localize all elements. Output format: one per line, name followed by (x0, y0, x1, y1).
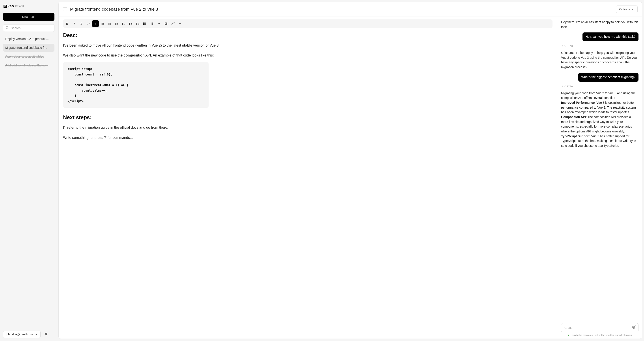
chat-disclaimer: This chat is private and will not be use… (561, 334, 638, 336)
sidebar-footer: john.doe@gmail.com (3, 331, 54, 338)
assistant-message: Migrating your code from Vue 2 to Vue 3 … (561, 91, 638, 148)
card-header: Migrate frontend codebase from Vue 2 to … (59, 2, 642, 17)
link-button[interactable] (170, 20, 176, 27)
new-task-button[interactable]: New Task (3, 13, 54, 21)
logo-icon: E (4, 5, 6, 8)
task-item[interactable]: Migrate frontend codebase fr... (3, 44, 54, 52)
task-item[interactable]: Add additional fields to the us... (3, 61, 54, 69)
heading: Next steps: (63, 114, 552, 121)
task-checkbox[interactable] (63, 7, 67, 11)
svg-line-1 (8, 28, 8, 29)
user-email: john.doe@gmail.com (6, 332, 33, 336)
task-list: Deploy version 3.2 to producti... Migrat… (3, 35, 54, 331)
h4-button[interactable]: H4 (120, 20, 127, 27)
options-button[interactable]: Options (616, 6, 638, 13)
task-card: Migrate frontend codebase from Vue 2 to … (58, 2, 642, 339)
options-label: Options (619, 8, 630, 11)
chat-messages: Hey there! I'm an AI assistant happy to … (561, 20, 638, 321)
model-label: ✦GPT4o (561, 85, 638, 88)
h2-button[interactable]: H2 (106, 20, 113, 27)
task-item[interactable]: Deploy version 3.2 to producti... (3, 35, 54, 43)
ordered-list-button[interactable] (148, 20, 155, 27)
svg-point-2 (46, 333, 47, 334)
lock-icon (567, 334, 570, 336)
editor-toolbar: B I S ¶ H1 H2 H3 H4 H5 H6 (63, 20, 552, 28)
paragraph: I'll refer to the migration guide in the… (63, 125, 552, 130)
sidebar: E keo Beta v1 New Task Deploy version 3.… (0, 0, 57, 341)
bullet-list-button[interactable] (142, 20, 148, 27)
svg-point-16 (143, 24, 144, 25)
blockquote-button[interactable] (156, 20, 162, 27)
task-item[interactable]: Apply data fix to audit tables (3, 53, 54, 61)
sparkle-icon: ✦ (561, 85, 563, 88)
h5-button[interactable]: H5 (128, 20, 134, 27)
svg-rect-26 (568, 335, 569, 336)
user-message: Hey, can you help me with this task? (582, 33, 638, 41)
italic-button[interactable]: I (71, 20, 78, 27)
editor-pane: B I S ¶ H1 H2 H3 H4 H5 H6 (59, 17, 557, 338)
main: Migrate frontend codebase from Vue 2 to … (57, 0, 644, 341)
paragraph: We also want the new code to use the com… (63, 52, 552, 58)
card-body: B I S ¶ H1 H2 H3 H4 H5 H6 (59, 17, 642, 338)
search-input[interactable] (3, 24, 54, 32)
chat-input-row (561, 323, 638, 332)
svg-line-9 (45, 335, 45, 335)
h6-button[interactable]: H6 (134, 20, 141, 27)
paragraph-button[interactable]: ¶ (92, 20, 99, 27)
send-button[interactable] (630, 324, 637, 331)
search-input-wrap (3, 24, 54, 32)
paragraph: I've been asked to move all our frontend… (63, 42, 552, 48)
chat-input[interactable] (564, 324, 630, 331)
assistant-message: Hey there! I'm an AI assistant happy to … (561, 20, 638, 29)
user-message: What's the biggest benefit of migrating? (578, 73, 638, 82)
h1-button[interactable]: H1 (99, 20, 106, 27)
svg-line-10 (47, 333, 48, 333)
send-icon (631, 325, 636, 330)
svg-line-6 (47, 335, 48, 335)
user-menu-button[interactable]: john.doe@gmail.com (3, 331, 40, 338)
svg-line-5 (45, 333, 45, 333)
model-label: ✦GPT4o (561, 44, 638, 48)
indent-button[interactable] (163, 20, 169, 27)
theme-toggle-button[interactable] (43, 331, 50, 338)
chat-pane: Hey there! I'm an AI assistant happy to … (557, 17, 642, 338)
logo-beta-badge: Beta v1 (15, 5, 24, 8)
task-title: Migrate frontend codebase from Vue 2 to … (70, 7, 616, 12)
search-icon (5, 26, 9, 30)
editor-content[interactable]: Desc: I've been asked to move all our fr… (63, 32, 552, 141)
svg-point-0 (6, 27, 8, 29)
chevron-down-icon (631, 8, 634, 11)
h3-button[interactable]: H3 (113, 20, 120, 27)
sun-icon (44, 332, 48, 336)
assistant-message: Of course! I'd be happy to help you with… (561, 51, 638, 70)
editor-placeholder: Write something, or press '/' for comman… (63, 135, 552, 141)
sparkle-icon: ✦ (561, 44, 563, 48)
divider-button[interactable] (177, 20, 184, 27)
logo: E keo Beta v1 (3, 4, 54, 9)
svg-point-14 (143, 23, 144, 23)
code-button[interactable] (85, 20, 92, 27)
chevron-down-icon (34, 333, 38, 336)
code-block: <script setup> const count = ref(0); con… (63, 62, 208, 108)
logo-text: keo (8, 4, 14, 9)
heading: Desc: (63, 32, 552, 39)
strike-button[interactable]: S (78, 20, 85, 27)
bold-button[interactable]: B (64, 20, 70, 27)
